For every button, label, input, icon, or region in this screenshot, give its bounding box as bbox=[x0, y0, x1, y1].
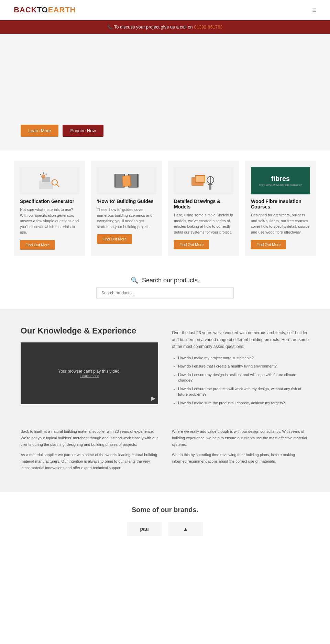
card-guides-image bbox=[97, 167, 156, 194]
svg-line-7 bbox=[46, 174, 47, 175]
logo-earth: EARTH bbox=[48, 5, 76, 14]
fibres-logo-sub: The Home of Wood Fibre Insulation bbox=[259, 183, 302, 187]
brands-section: Some of our brands. pau ▲ bbox=[0, 492, 330, 550]
svg-point-4 bbox=[41, 174, 45, 179]
site-header: BACKTOEARTH ≡ bbox=[0, 0, 330, 20]
knowledge-intro: Over the last 23 years we've worked with… bbox=[172, 329, 309, 350]
learn-more-button[interactable]: Learn More bbox=[21, 125, 58, 137]
video-text: Your browser can't play this video. bbox=[58, 369, 120, 374]
card-drawings-title: Detailed Drawings & Models bbox=[174, 199, 233, 210]
hero-section: Learn More Enquire Now bbox=[0, 34, 330, 150]
contact-banner: 📞 To discuss your project give us a call… bbox=[0, 20, 330, 34]
menu-hamburger-icon[interactable]: ≡ bbox=[312, 6, 316, 14]
question-2: How do I ensure that I create a healthy … bbox=[178, 363, 309, 369]
video-learn-more-link[interactable]: Learn more bbox=[80, 374, 99, 378]
knowledge-grid: Our Knowledge & Experience Your browser … bbox=[21, 326, 309, 411]
card-guides-button[interactable]: Find Out More bbox=[97, 234, 132, 244]
banner-phone-link[interactable]: 01392 861763 bbox=[194, 24, 222, 30]
card-spec-button[interactable]: Find Out More bbox=[20, 240, 55, 250]
about-left: Back to Earth is a natural building mate… bbox=[21, 428, 158, 475]
knowledge-section: Our Knowledge & Experience Your browser … bbox=[0, 309, 330, 429]
card-drawings-button[interactable]: Find Out More bbox=[174, 240, 209, 249]
banner-phone-icon: 📞 bbox=[107, 24, 113, 30]
cards-section: Specification Generator Not sure what ma… bbox=[0, 150, 330, 266]
about-left-para1: Back to Earth is a natural building mate… bbox=[21, 428, 158, 448]
card-drawings-image bbox=[174, 167, 233, 194]
enquire-now-button[interactable]: Enquire Now bbox=[63, 125, 103, 137]
question-3: How do I ensure my design is resilient a… bbox=[178, 372, 309, 383]
card-fibres-button[interactable]: Find Out More bbox=[251, 240, 286, 249]
about-right-para1: Where we really add value though is with… bbox=[172, 428, 309, 448]
drawings-illustration bbox=[190, 170, 217, 191]
logo-to: TO bbox=[37, 5, 48, 14]
brand-pau: pau bbox=[127, 522, 162, 536]
knowledge-right: Over the last 23 years we've worked with… bbox=[172, 326, 309, 411]
about-right-para2: We do this by spending time reviewing th… bbox=[172, 452, 309, 464]
banner-text: To discuss your project give us a call o… bbox=[114, 24, 194, 30]
card-guides-title: 'How to' Building Guides bbox=[97, 199, 156, 204]
guides-illustration bbox=[113, 170, 140, 191]
cards-grid: Specification Generator Not sure what ma… bbox=[14, 161, 316, 256]
card-drawings: Detailed Drawings & Models Here, using s… bbox=[168, 161, 239, 256]
search-input[interactable] bbox=[96, 287, 234, 298]
search-icon: 🔍 bbox=[131, 277, 138, 284]
logo-back: BACK bbox=[14, 5, 37, 14]
search-title-text: Search our products. bbox=[142, 277, 199, 284]
card-spec-desc: Not sure what materials to use? With our… bbox=[20, 207, 79, 235]
about-grid: Back to Earth is a natural building mate… bbox=[21, 428, 309, 475]
card-spec: Specification Generator Not sure what ma… bbox=[14, 161, 85, 256]
knowledge-title: Our Knowledge & Experience bbox=[21, 326, 158, 336]
about-left-para2: As a material supplier we partner with s… bbox=[21, 452, 158, 471]
svg-rect-13 bbox=[123, 176, 130, 186]
card-spec-image bbox=[20, 167, 79, 194]
about-right: Where we really add value though is with… bbox=[172, 428, 309, 475]
question-5: How do I make sure the products I choose… bbox=[178, 400, 309, 406]
spec-illustration bbox=[36, 170, 63, 191]
card-guides-desc: These 'how to' guides cover numerous bui… bbox=[97, 207, 156, 229]
svg-rect-16 bbox=[196, 176, 205, 182]
knowledge-left: Our Knowledge & Experience Your browser … bbox=[21, 326, 158, 411]
card-guides: 'How to' Building Guides These 'how to' … bbox=[91, 161, 162, 256]
question-1: How do I make my project more sustainabl… bbox=[178, 355, 309, 361]
knowledge-questions-list: How do I make my project more sustainabl… bbox=[172, 355, 309, 406]
card-fibres-desc: Designed for architects, builders and se… bbox=[251, 212, 310, 235]
fibres-logo-text: fibres bbox=[259, 175, 302, 183]
card-spec-title: Specification Generator bbox=[20, 199, 79, 204]
card-fibres: fibres The Home of Wood Fibre Insulation… bbox=[245, 161, 316, 256]
about-section: Back to Earth is a natural building mate… bbox=[0, 428, 330, 492]
brands-grid: pau ▲ bbox=[21, 522, 309, 536]
svg-rect-21 bbox=[208, 184, 212, 185]
video-container: Your browser can't play this video. Lear… bbox=[21, 342, 158, 404]
search-title: 🔍 Search our products. bbox=[14, 276, 316, 284]
brand-2: ▲ bbox=[168, 522, 203, 536]
brands-title: Some of our brands. bbox=[21, 506, 309, 514]
brand-2-text: ▲ bbox=[183, 526, 188, 532]
card-fibres-title: Wood Fibre Insulation Courses bbox=[251, 199, 310, 210]
search-section: 🔍 Search our products. bbox=[0, 266, 330, 309]
youtube-icon: ▶ bbox=[151, 395, 155, 402]
svg-line-3 bbox=[57, 184, 59, 187]
card-drawings-desc: Here, using some simple SketchUp models,… bbox=[174, 212, 233, 235]
hero-buttons: Learn More Enquire Now bbox=[21, 125, 103, 137]
site-logo[interactable]: BACKTOEARTH bbox=[14, 5, 76, 14]
brand-pau-text: pau bbox=[140, 526, 149, 532]
question-4: How do I ensure the products will work w… bbox=[178, 386, 309, 397]
svg-line-6 bbox=[40, 174, 41, 175]
card-fibres-image: fibres The Home of Wood Fibre Insulation bbox=[251, 167, 310, 194]
